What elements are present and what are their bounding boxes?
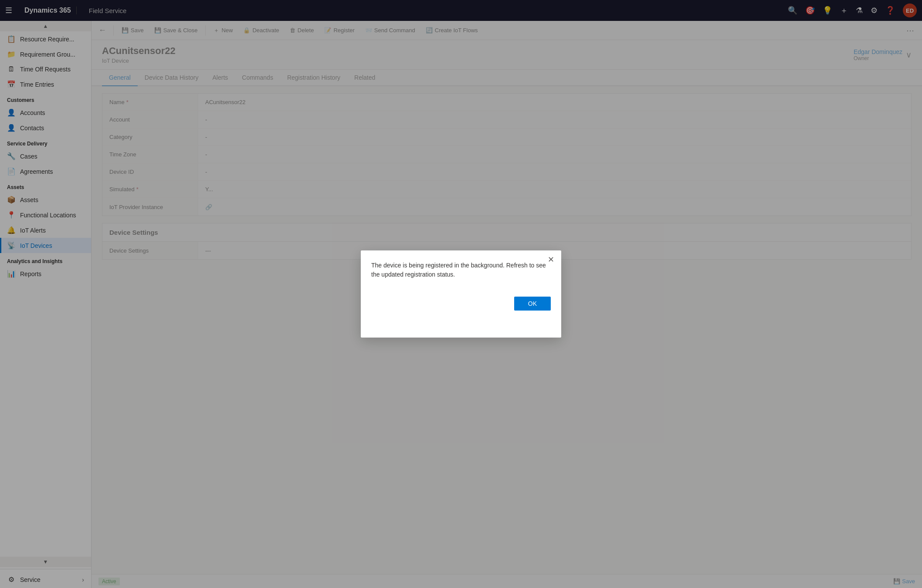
- modal-message: The device is being registered in the ba…: [371, 261, 551, 279]
- modal-dialog: ✕ The device is being registered in the …: [361, 250, 561, 338]
- modal-close-button[interactable]: ✕: [548, 256, 554, 264]
- modal-overlay: ✕ The device is being registered in the …: [0, 0, 922, 588]
- modal-footer: OK: [371, 297, 551, 311]
- modal-ok-button[interactable]: OK: [514, 297, 551, 311]
